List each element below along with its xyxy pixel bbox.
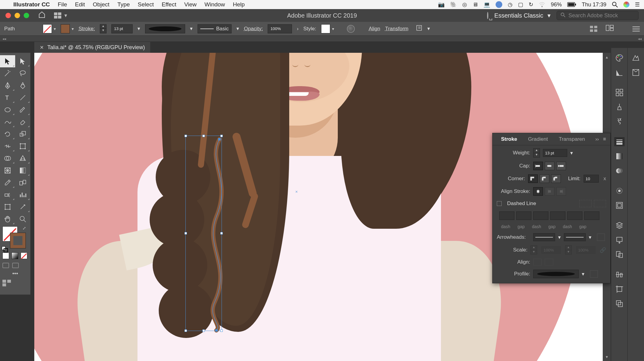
opacity-dropdown[interactable]: › xyxy=(297,26,298,32)
corner-round[interactable] xyxy=(540,174,549,183)
ellipse-tool[interactable] xyxy=(0,104,15,116)
color-panel-icon[interactable] xyxy=(614,53,625,62)
line-segment-tool[interactable] xyxy=(15,92,30,104)
free-transform-tool[interactable] xyxy=(15,140,30,152)
color-mode-solid[interactable] xyxy=(2,252,9,259)
expand-right-icon[interactable]: ◂◂ xyxy=(636,37,644,41)
transparency-panel-icon[interactable] xyxy=(614,166,625,175)
close-window-button[interactable] xyxy=(5,13,11,18)
profile-dropdown[interactable]: ▾ xyxy=(582,271,585,277)
pathfinder-panel-icon[interactable] xyxy=(614,299,625,308)
notification-center-icon[interactable]: ☰ xyxy=(635,1,640,8)
close-tab-icon[interactable]: ✕ xyxy=(40,45,44,50)
menu-select[interactable]: Select xyxy=(138,1,154,8)
edit-toolbar-button[interactable] xyxy=(0,278,30,290)
libraries-panel-icon[interactable] xyxy=(631,68,641,77)
timemachine-icon[interactable]: ↻ xyxy=(529,1,533,8)
zoom-window-button[interactable] xyxy=(24,13,29,18)
curvature-tool[interactable] xyxy=(15,79,30,92)
arrange-documents-button[interactable]: ▾ xyxy=(54,12,67,19)
magic-wand-tool[interactable] xyxy=(0,67,15,79)
symbol-sprayer-tool[interactable] xyxy=(0,189,15,201)
properties-panel-icon[interactable] xyxy=(631,53,641,62)
arrange-alt-icon[interactable] xyxy=(606,25,614,32)
minimize-window-button[interactable] xyxy=(15,13,20,18)
cap-butt[interactable] xyxy=(533,162,543,170)
arrowhead-end-dropdown[interactable]: ▾ xyxy=(589,234,591,241)
corner-bevel[interactable] xyxy=(551,174,561,183)
limit-input[interactable] xyxy=(584,175,599,183)
direct-selection-tool[interactable] xyxy=(15,55,30,67)
zoom-tool[interactable] xyxy=(15,213,30,225)
eyedropper-tool[interactable] xyxy=(0,177,15,189)
color-mode-none[interactable] xyxy=(21,252,27,259)
profile-select[interactable] xyxy=(533,270,579,278)
draw-normal-icon[interactable] xyxy=(2,263,9,268)
lasso-tool[interactable] xyxy=(15,67,30,79)
arrowhead-end[interactable] xyxy=(564,233,586,241)
stroke-weight-dropdown[interactable]: ▾ xyxy=(137,25,140,32)
toggle-icon[interactable]: ◎ xyxy=(462,1,467,8)
color-mode-gradient[interactable] xyxy=(12,252,18,259)
scroll-down-icon[interactable]: ▾ xyxy=(606,354,608,359)
slice-tool[interactable] xyxy=(15,201,30,213)
cap-round[interactable] xyxy=(545,162,554,170)
flip-profile-icon[interactable] xyxy=(590,270,598,278)
discover-icon[interactable] xyxy=(487,12,488,19)
menu-object[interactable]: Object xyxy=(93,1,110,8)
document-tab[interactable]: ✕ Talia.ai* @ 45.75% (RGB/GPU Preview) xyxy=(34,42,150,53)
brushes-panel-icon[interactable] xyxy=(614,103,625,112)
stroke-weight-input[interactable] xyxy=(111,24,133,33)
appearance-panel-icon[interactable] xyxy=(614,186,625,195)
stroke-panel[interactable]: Stroke Gradient Transparen ›› ≡ Weight: … xyxy=(492,133,611,283)
column-graph-tool[interactable] xyxy=(15,189,30,201)
home-button[interactable] xyxy=(38,11,46,20)
siri-icon[interactable] xyxy=(623,2,629,8)
corner-miter[interactable] xyxy=(528,174,538,183)
variable-width-profile-dropdown[interactable]: ▾ xyxy=(190,25,193,32)
graphic-style-dropdown[interactable]: ▾ xyxy=(321,24,334,33)
airplay-icon[interactable]: ▢ xyxy=(518,1,523,8)
monitor-icon[interactable]: 💻 xyxy=(483,1,490,8)
workspace-switcher[interactable]: Essentials Classic ▾ xyxy=(494,12,551,19)
selection-tool[interactable] xyxy=(0,55,15,67)
perspective-grid-tool[interactable] xyxy=(15,152,30,164)
opacity-label[interactable]: Opacity: xyxy=(244,26,263,32)
brush-definition-dropdown[interactable]: ▾ xyxy=(236,25,239,32)
dashed-line-label[interactable]: Dashed Line xyxy=(507,201,536,207)
menubar-app-name[interactable]: Illustrator CC xyxy=(13,1,50,8)
dashed-line-checkbox[interactable] xyxy=(497,201,502,206)
battery-icon[interactable] xyxy=(567,2,576,7)
clock-icon[interactable]: ◷ xyxy=(508,1,513,8)
align-panel-icon-rail[interactable] xyxy=(614,270,625,279)
width-tool[interactable] xyxy=(0,140,15,152)
tab-stroke[interactable]: Stroke xyxy=(497,136,517,142)
transform-panel-icon-rail[interactable] xyxy=(614,285,625,294)
align-panel-link[interactable]: Align xyxy=(369,26,380,32)
opacity-input[interactable] xyxy=(268,24,292,33)
draw-behind-icon[interactable] xyxy=(12,263,19,268)
type-tool[interactable]: T xyxy=(0,92,15,104)
arrowhead-start-dropdown[interactable]: ▾ xyxy=(558,234,561,241)
blend-tool[interactable] xyxy=(15,177,30,189)
graphic-styles-panel-icon[interactable] xyxy=(614,201,625,210)
displays-icon[interactable]: 🖥 xyxy=(473,2,478,8)
swap-fill-stroke-icon[interactable]: ⤢ xyxy=(22,226,26,231)
menu-edit[interactable]: Edit xyxy=(75,1,85,8)
app-icon[interactable] xyxy=(496,1,502,8)
layers-panel-icon[interactable] xyxy=(614,221,625,230)
symbols-panel-icon[interactable] xyxy=(614,117,625,126)
menu-type[interactable]: Type xyxy=(117,1,130,8)
search-adobe-stock[interactable]: Search Adobe Stock xyxy=(557,11,639,20)
more-options-dropdown[interactable]: ▾ xyxy=(427,25,430,32)
scale-tool[interactable] xyxy=(15,128,30,140)
stroke-label[interactable]: Stroke: xyxy=(79,26,95,32)
align-stroke-center[interactable] xyxy=(533,187,543,196)
variable-width-preview[interactable] xyxy=(145,24,185,33)
evernote-icon[interactable]: 🐘 xyxy=(450,1,457,8)
swatches-panel-icon[interactable] xyxy=(614,88,625,97)
eraser-tool[interactable] xyxy=(15,116,30,128)
mesh-tool[interactable] xyxy=(0,164,15,177)
rotate-tool[interactable] xyxy=(0,128,15,140)
menu-file[interactable]: File xyxy=(58,1,67,8)
